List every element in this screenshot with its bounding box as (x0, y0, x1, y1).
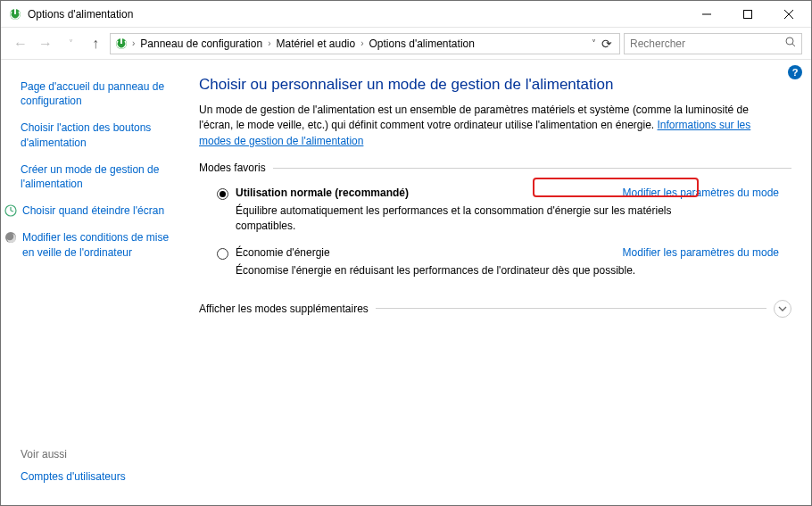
sidebar-link-sleep-conditions[interactable]: Modifier les conditions de mise en veill… (4, 230, 174, 259)
power-plan: Économie d'énergie Modifier les paramètr… (199, 243, 791, 287)
back-button[interactable]: ← (10, 33, 31, 54)
divider (273, 168, 791, 169)
window-title: Options d'alimentation (28, 8, 686, 21)
breadcrumb-item[interactable]: Matériel et audio (272, 36, 359, 52)
plan-radio[interactable] (217, 188, 228, 200)
plan-description: Équilibre automatiquement les performanc… (217, 200, 717, 234)
search-box[interactable]: Rechercher (624, 33, 802, 54)
power-options-icon (114, 37, 128, 51)
divider (376, 308, 766, 309)
window-controls (686, 1, 809, 27)
expand-button[interactable] (774, 300, 791, 318)
svg-rect-7 (120, 38, 122, 44)
search-placeholder: Rechercher (630, 37, 785, 50)
plan-name[interactable]: Utilisation normale (recommandé) (236, 187, 409, 199)
sidebar-link-user-accounts[interactable]: Comptes d'utilisateurs (21, 469, 174, 484)
sidebar-item-label: Choisir quand éteindre l'écran (22, 203, 164, 218)
page-heading: Choisir ou personnaliser un mode de gest… (199, 76, 791, 94)
see-also-label: Voir aussi (21, 448, 174, 460)
group-header-additional[interactable]: Afficher les modes supplémentaires (199, 300, 791, 318)
group-header-preferred: Modes favoris (199, 162, 791, 174)
forward-button[interactable]: → (35, 33, 56, 54)
title-bar: Options d'alimentation (1, 1, 811, 28)
address-dropdown-button[interactable]: ˅ (590, 37, 598, 50)
content-body: Page d'accueil du panneau de configurati… (1, 60, 811, 505)
plan-radio[interactable] (217, 248, 228, 260)
sidebar: Page d'accueil du panneau de configurati… (1, 60, 183, 505)
minimize-button[interactable] (686, 1, 727, 27)
chevron-right-icon[interactable]: › (268, 38, 270, 48)
help-icon[interactable]: ? (788, 65, 802, 79)
change-plan-settings-link[interactable]: Modifier les paramètres du mode (623, 187, 779, 199)
power-plan: Utilisation normale (recommandé) Modifie… (199, 183, 791, 243)
group-label: Modes favoris (199, 162, 273, 174)
preferred-plans-group: Modes favoris Utilisation normale (recom… (199, 162, 791, 286)
sidebar-link-create-plan[interactable]: Créer un mode de gestion de l'alimentati… (21, 162, 174, 191)
plan-name[interactable]: Économie d'énergie (236, 246, 330, 259)
sidebar-link-screen-off[interactable]: Choisir quand éteindre l'écran (4, 203, 174, 218)
svg-rect-1 (14, 9, 16, 14)
clock-icon (4, 204, 17, 217)
breadcrumb-item[interactable]: Panneau de configuration (137, 36, 266, 52)
change-plan-settings-link[interactable]: Modifier les paramètres du mode (623, 246, 779, 259)
svg-rect-3 (744, 10, 752, 18)
power-options-icon (8, 7, 22, 21)
sleep-icon (4, 231, 17, 244)
navigation-bar: ← → ˅ ↑ › Panneau de configuration › Mat… (1, 28, 811, 60)
sidebar-link-home[interactable]: Page d'accueil du panneau de configurati… (21, 79, 174, 108)
sidebar-item-label: Modifier les conditions de mise en veill… (22, 230, 174, 259)
up-button[interactable]: ↑ (85, 33, 106, 54)
main-content: ? Choisir ou personnaliser un mode de ge… (183, 60, 811, 505)
chevron-right-icon[interactable]: › (360, 38, 363, 48)
breadcrumb-item[interactable]: Options d'alimentation (366, 36, 478, 52)
plan-description: Économise l'énergie en réduisant les per… (217, 260, 717, 278)
svg-line-9 (792, 44, 795, 46)
svg-line-12 (11, 211, 13, 212)
recent-locations-button[interactable]: ˅ (60, 33, 81, 54)
chevron-right-icon[interactable]: › (132, 38, 135, 48)
address-bar[interactable]: › Panneau de configuration › Matériel et… (110, 33, 620, 54)
svg-point-8 (786, 37, 793, 45)
search-icon (785, 37, 796, 50)
window-frame: Options d'alimentation ← → ˅ ↑ › Panneau… (0, 0, 812, 506)
intro-text: Un mode de gestion de l'alimentation est… (199, 103, 770, 149)
sidebar-link-button-action[interactable]: Choisir l'action des boutons d'alimentat… (21, 120, 174, 149)
group-label: Afficher les modes supplémentaires (199, 303, 376, 315)
additional-plans-group: Afficher les modes supplémentaires (199, 300, 791, 318)
close-button[interactable] (768, 1, 809, 27)
refresh-button[interactable]: ⟳ (600, 35, 614, 53)
maximize-button[interactable] (727, 1, 768, 27)
